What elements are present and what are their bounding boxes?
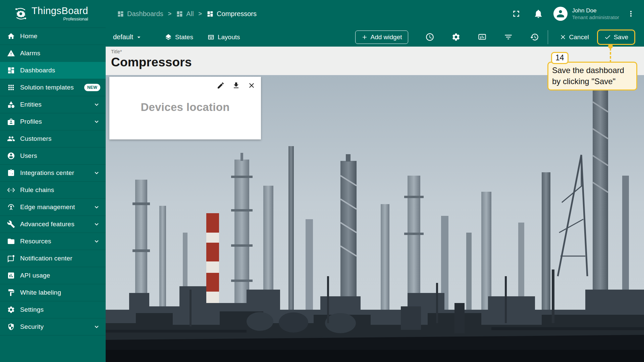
sidebar-item-label: Dashboards (20, 67, 55, 74)
sidebar-item-entities[interactable]: Entities (0, 96, 106, 113)
plus-icon (361, 34, 368, 41)
sidebar-item-resources[interactable]: Resources (0, 233, 106, 250)
devices-location-widget[interactable]: Devices location (109, 77, 261, 139)
fullscreen-icon[interactable] (511, 9, 521, 19)
sidebar-item-settings[interactable]: Settings (0, 301, 106, 318)
sidebar-item-solution-templates[interactable]: Solution templates NEW (0, 79, 106, 96)
gear-icon (7, 306, 15, 314)
sidebar-item-label: Resources (20, 238, 51, 245)
apps-grid-icon (7, 83, 15, 92)
sidebar-item-alarms[interactable]: Alarms (0, 45, 106, 62)
more-vert-icon[interactable] (627, 9, 635, 18)
sidebar-item-security[interactable]: Security (0, 318, 106, 335)
sidebar-item-integrations-center[interactable]: Integrations center (0, 164, 106, 181)
layout-selector[interactable]: default (113, 33, 143, 41)
avatar[interactable] (553, 7, 568, 21)
chevron-down-icon (93, 169, 100, 177)
sidebar-item-dashboards[interactable]: Dashboards (0, 62, 106, 79)
sidebar-item-label: Settings (20, 306, 44, 313)
person-icon (553, 6, 568, 21)
sidebar-item-users[interactable]: Users (0, 147, 106, 164)
chevron-down-icon (93, 238, 100, 245)
sidebar-item-label: Customers (20, 135, 52, 142)
add-widget-button[interactable]: Add widget (355, 31, 408, 44)
brand-logo[interactable]: ThingsBoard Professional (0, 0, 106, 27)
states-button[interactable]: States (165, 34, 193, 41)
chart-box-icon (7, 272, 15, 280)
check-icon (604, 34, 611, 41)
edit-icon[interactable] (217, 81, 225, 89)
user-menu[interactable]: John Doe Tenant administrator (572, 7, 619, 21)
filters-icon[interactable] (504, 33, 513, 42)
time-window-icon[interactable] (425, 33, 434, 42)
dashboards-icon (7, 66, 15, 74)
warning-icon (7, 49, 15, 57)
brand-edition: Professional (32, 17, 88, 21)
layout-icon (207, 34, 215, 41)
breadcrumb-all[interactable]: All (176, 10, 194, 18)
sidebar-item-advanced-features[interactable]: Advanced features (0, 216, 106, 233)
paint-icon (7, 289, 15, 297)
toolbar-divider (548, 30, 548, 44)
integration-icon (7, 169, 15, 177)
chevron-down-icon (93, 323, 100, 330)
close-icon (559, 34, 567, 41)
callout-connector-line (610, 48, 611, 63)
dashboard-icon (176, 10, 183, 17)
shield-icon (7, 323, 15, 331)
sidebar-item-white-labeling[interactable]: White labeling (0, 284, 106, 301)
dashboard-icon (117, 10, 124, 17)
callout-step-number: 14 (551, 52, 569, 64)
cancel-button[interactable]: Cancel (556, 32, 592, 43)
close-icon[interactable] (248, 81, 256, 89)
sidebar-item-label: Home (20, 33, 37, 40)
antenna-icon (7, 203, 15, 211)
sidebar-item-label: Notification center (20, 255, 72, 262)
download-icon[interactable] (232, 81, 240, 89)
chevron-down-icon (93, 101, 100, 108)
sidebar-item-label: Profiles (20, 118, 42, 125)
sidebar-item-rule-chains[interactable]: Rule chains (0, 181, 106, 198)
breadcrumb-dashboards[interactable]: Dashboards (117, 10, 163, 18)
version-control-icon[interactable] (530, 33, 539, 42)
rule-chain-icon (7, 186, 15, 194)
sidebar-item-label: Integrations center (20, 169, 74, 177)
sidebar-item-profiles[interactable]: Profiles (0, 113, 106, 130)
tutorial-highlight-ring: Save (597, 29, 635, 45)
category-icon (7, 101, 15, 109)
chevron-down-icon (135, 34, 143, 41)
chevron-down-icon (93, 203, 100, 211)
notifications-bell-icon[interactable] (533, 9, 543, 19)
user-name: John Doe (572, 7, 619, 14)
badge-icon (7, 118, 15, 126)
sidebar-item-label: Users (20, 152, 37, 160)
sidebar-item-edge-management[interactable]: Edge management (0, 198, 106, 216)
breadcrumb-compressors: Compressors (207, 10, 257, 18)
user-role: Tenant administrator (572, 14, 619, 20)
brand-name: ThingsBoard (32, 6, 88, 16)
entity-aliases-icon[interactable] (478, 33, 487, 42)
sidebar-item-label: Security (20, 323, 44, 330)
people-icon (7, 135, 15, 143)
breadcrumb: Dashboards > All > Compressors (117, 10, 257, 18)
dashboard-icon (207, 10, 214, 17)
sidebar: ThingsBoard Professional Home Alarms Das… (0, 0, 106, 362)
sidebar-item-label: Solution templates (20, 84, 74, 91)
notification-icon (7, 254, 15, 262)
chevron-down-icon (93, 221, 100, 228)
sidebar-item-label: Entities (20, 101, 42, 108)
sidebar-item-label: Edge management (20, 203, 75, 211)
dashboard-settings-icon[interactable] (451, 33, 461, 42)
sidebar-divider (0, 335, 106, 336)
sidebar-item-home[interactable]: Home (0, 27, 106, 45)
save-button[interactable]: Save (601, 32, 632, 43)
thingsboard-app: ThingsBoard Professional Home Alarms Das… (0, 0, 644, 362)
sidebar-item-notification-center[interactable]: Notification center (0, 250, 106, 267)
thingsboard-gear-logo-icon (13, 6, 28, 21)
layouts-button[interactable]: Layouts (207, 34, 240, 41)
new-badge: NEW (84, 84, 100, 91)
account-circle-icon (7, 152, 15, 160)
sidebar-item-api-usage[interactable]: API usage (0, 267, 106, 284)
dashboard-toolbar: default States Layouts Add widget (106, 27, 644, 47)
sidebar-item-customers[interactable]: Customers (0, 130, 106, 147)
